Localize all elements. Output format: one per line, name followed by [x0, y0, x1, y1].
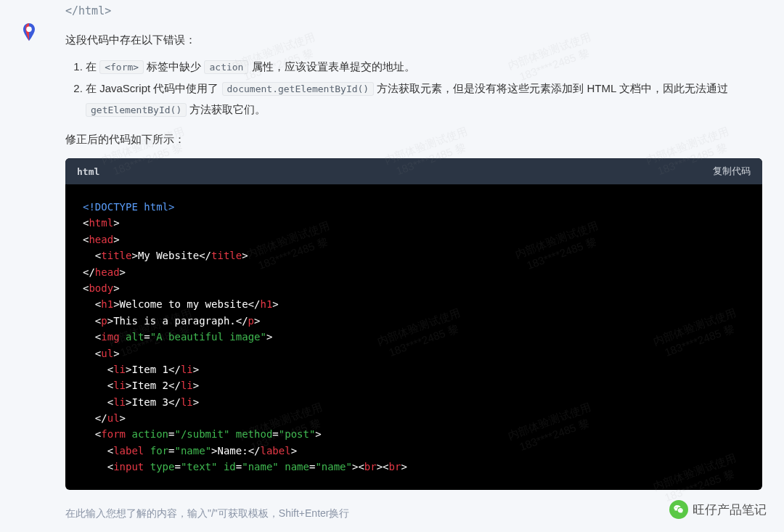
code-header: html 复制代码	[65, 158, 762, 184]
error-list: 在 <form> 标签中缺少 action 属性，应该设置表单提交的地址。 在 …	[65, 57, 762, 120]
code-language-label: html	[77, 166, 99, 177]
chat-input-placeholder[interactable]: 在此输入您想了解的内容，输入"/"可获取模板，Shift+Enter换行	[65, 502, 762, 526]
corrected-code-label: 修正后的代码如下所示：	[65, 133, 762, 147]
error-item-2: 在 JavaScript 代码中使用了 document.getElementB…	[86, 78, 762, 120]
previous-code-fragment: </html>	[65, 0, 762, 30]
intro-text: 这段代码中存在以下错误：	[65, 30, 762, 49]
inline-code: document.getElementById()	[222, 82, 375, 96]
copy-code-button[interactable]: 复制代码	[713, 165, 751, 178]
wechat-icon	[669, 500, 688, 519]
wechat-attribution: 旺仔产品笔记	[669, 500, 767, 519]
wechat-account-name: 旺仔产品笔记	[693, 502, 767, 518]
svg-point-0	[26, 27, 32, 33]
sidebar	[0, 0, 58, 532]
inline-code: getElementById()	[86, 103, 187, 117]
app-logo-icon	[18, 22, 40, 44]
code-content[interactable]: <!DOCTYPE html> <html> <head> <title>My …	[65, 184, 762, 490]
code-block: html 复制代码 <!DOCTYPE html> <html> <head> …	[65, 158, 762, 490]
inline-code: <form>	[99, 60, 144, 74]
inline-code: action	[204, 60, 248, 74]
error-item-1: 在 <form> 标签中缺少 action 属性，应该设置表单提交的地址。	[86, 57, 762, 78]
